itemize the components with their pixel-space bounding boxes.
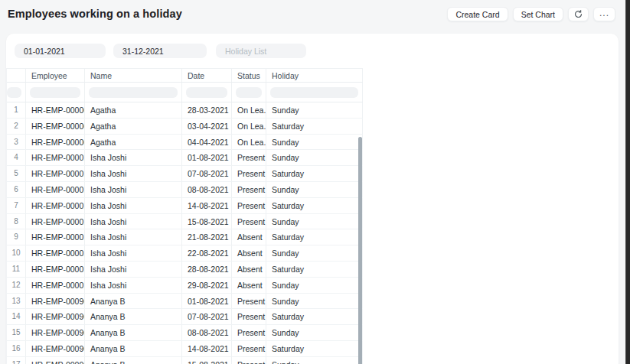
cell-date[interactable]: 29-08-2021 [182, 278, 232, 293]
cell-status[interactable]: Present [232, 214, 266, 229]
cell-name[interactable]: Agatha [85, 119, 182, 134]
holiday-list-input[interactable] [216, 44, 306, 58]
cell-status[interactable]: Present [232, 309, 266, 324]
cell-employee[interactable]: HR-EMP-00096 [26, 325, 85, 340]
cell-employee[interactable]: HR-EMP-00001 [26, 198, 85, 213]
cell-name[interactable]: Isha Joshi [85, 229, 182, 245]
cell-status[interactable]: Present [232, 166, 266, 181]
cell-date[interactable]: 07-08-2021 [182, 166, 232, 181]
cell-holiday[interactable]: Sunday [266, 245, 363, 261]
cell-date[interactable]: 01-08-2021 [182, 294, 232, 309]
cell-employee[interactable]: HR-EMP-00096 [26, 294, 85, 309]
column-header-date[interactable]: Date [182, 69, 232, 82]
cell-holiday[interactable]: Sunday [266, 102, 363, 118]
cell-holiday[interactable]: Sunday [266, 214, 363, 229]
cell-employee[interactable]: HR-EMP-00001 [26, 214, 85, 229]
cell-name[interactable]: Isha Joshi [85, 245, 182, 261]
cell-status[interactable]: Absent [232, 229, 266, 245]
cell-date[interactable]: 21-08-2021 [182, 229, 232, 245]
menu-button[interactable]: ... [593, 7, 615, 21]
row-number-filter-input[interactable] [7, 87, 21, 98]
cell-employee[interactable]: HR-EMP-00006 [26, 119, 85, 134]
cell-employee[interactable]: HR-EMP-00096 [26, 341, 85, 356]
cell-name[interactable]: Ananya B [85, 309, 182, 324]
cell-name[interactable]: Isha Joshi [85, 278, 182, 293]
cell-status[interactable]: Absent [232, 245, 266, 261]
cell-status[interactable]: On Lea... [232, 119, 266, 134]
cell-employee[interactable]: HR-EMP-00096 [26, 309, 85, 324]
cell-date[interactable]: 08-08-2021 [182, 325, 232, 340]
cell-holiday[interactable]: Saturday [266, 229, 363, 245]
to-date-input[interactable] [113, 44, 207, 58]
cell-date[interactable]: 22-08-2021 [182, 245, 232, 261]
cell-name[interactable]: Ananya B [85, 341, 182, 356]
vertical-scrollbar-thumb[interactable] [358, 137, 362, 364]
cell-holiday[interactable]: Sunday [266, 278, 363, 293]
cell-name[interactable]: Ananya B [85, 294, 182, 309]
cell-employee[interactable]: HR-EMP-00001 [26, 262, 85, 277]
cell-date[interactable]: 04-04-2021 [182, 135, 232, 150]
cell-status[interactable]: On Lea... [232, 135, 266, 150]
refresh-button[interactable] [568, 7, 589, 21]
cell-status[interactable]: Present [232, 294, 266, 309]
cell-employee[interactable]: HR-EMP-00096 [26, 357, 85, 364]
create-card-button[interactable]: Create Card [447, 7, 508, 21]
cell-name[interactable]: Isha Joshi [85, 182, 182, 197]
cell-date[interactable]: 15-08-2021 [182, 214, 232, 229]
cell-employee[interactable]: HR-EMP-00001 [26, 150, 85, 165]
cell-holiday[interactable]: Saturday [266, 262, 363, 277]
cell-status[interactable]: Absent [232, 278, 266, 293]
cell-date[interactable]: 01-08-2021 [182, 150, 232, 165]
column-header-name[interactable]: Name [85, 69, 182, 82]
cell-holiday[interactable]: Saturday [266, 309, 363, 324]
column-header-holiday[interactable]: Holiday [266, 69, 363, 82]
cell-name[interactable]: Isha Joshi [85, 198, 182, 213]
name-filter-input[interactable] [89, 87, 178, 98]
cell-holiday[interactable]: Sunday [266, 325, 363, 340]
set-chart-button[interactable]: Set Chart [513, 7, 563, 21]
cell-date[interactable]: 08-08-2021 [182, 182, 232, 197]
cell-name[interactable]: Agatha [85, 135, 182, 150]
cell-date[interactable]: 14-08-2021 [182, 341, 232, 356]
cell-name[interactable]: Ananya B [85, 357, 182, 364]
status-filter-input[interactable] [236, 87, 262, 98]
cell-employee[interactable]: HR-EMP-00001 [26, 278, 85, 293]
cell-status[interactable]: Present [232, 198, 266, 213]
cell-date[interactable]: 28-08-2021 [182, 262, 232, 277]
cell-status[interactable]: Absent [232, 262, 266, 277]
cell-employee[interactable]: HR-EMP-00001 [26, 229, 85, 245]
cell-status[interactable]: Present [232, 341, 266, 356]
cell-date[interactable]: 14-08-2021 [182, 198, 232, 213]
cell-employee[interactable]: HR-EMP-00001 [26, 182, 85, 197]
cell-name[interactable]: Isha Joshi [85, 214, 182, 229]
cell-date[interactable]: 07-08-2021 [182, 309, 232, 324]
cell-date[interactable]: 28-03-2021 [182, 102, 232, 118]
employee-filter-input[interactable] [30, 87, 80, 98]
cell-employee[interactable]: HR-EMP-00001 [26, 166, 85, 181]
cell-name[interactable]: Isha Joshi [85, 262, 182, 277]
cell-holiday[interactable]: Sunday [266, 150, 363, 165]
column-header-employee[interactable]: Employee [26, 69, 85, 82]
cell-holiday[interactable]: Saturday [266, 198, 363, 213]
cell-employee[interactable]: HR-EMP-00006 [26, 102, 85, 118]
cell-date[interactable]: 03-04-2021 [182, 119, 232, 134]
cell-employee[interactable]: HR-EMP-00001 [26, 245, 85, 261]
cell-name[interactable]: Isha Joshi [85, 150, 182, 165]
from-date-input[interactable] [15, 44, 106, 58]
cell-status[interactable]: Present [232, 182, 266, 197]
vertical-scrollbar-track[interactable] [358, 137, 362, 364]
cell-holiday[interactable]: Saturday [266, 119, 363, 134]
cell-holiday[interactable]: Sunday [266, 357, 363, 364]
cell-name[interactable]: Isha Joshi [85, 166, 182, 181]
cell-holiday[interactable]: Sunday [266, 135, 363, 150]
cell-holiday[interactable]: Sunday [266, 294, 363, 309]
cell-status[interactable]: Present [232, 325, 266, 340]
cell-holiday[interactable]: Saturday [266, 166, 363, 181]
cell-name[interactable]: Ananya B [85, 325, 182, 340]
cell-holiday[interactable]: Saturday [266, 341, 363, 356]
cell-name[interactable]: Agatha [85, 102, 182, 118]
date-filter-input[interactable] [186, 87, 227, 98]
holiday-filter-input[interactable] [270, 87, 358, 98]
cell-holiday[interactable]: Sunday [266, 182, 363, 197]
column-header-status[interactable]: Status [232, 69, 266, 82]
